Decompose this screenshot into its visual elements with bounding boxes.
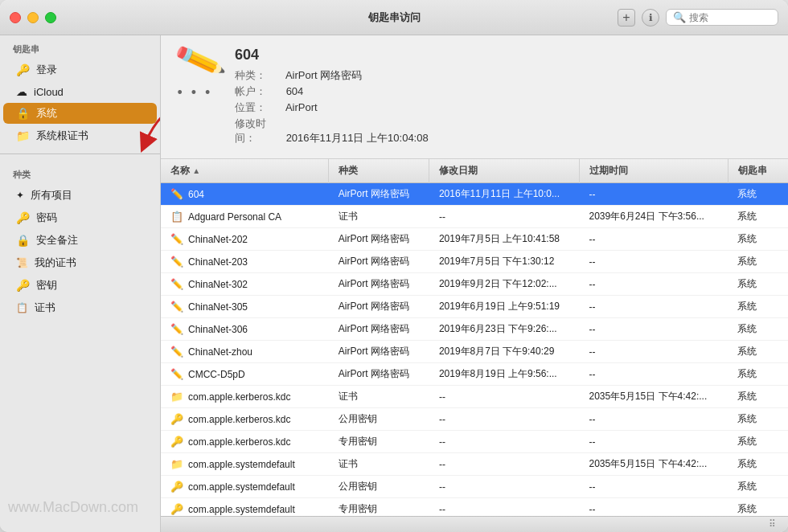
col-header-type[interactable]: 种类	[329, 159, 429, 183]
resize-handle[interactable]: ⠿	[769, 518, 782, 531]
sidebar-item-system-roots[interactable]: 📁 系统根证书	[3, 125, 157, 146]
right-panel: ✏️ • • • 604 种类： AirPort 网络密码 帐户： 604	[161, 35, 788, 532]
sidebar-item-password[interactable]: 🔑 密码	[3, 207, 157, 228]
add-button[interactable]: +	[618, 9, 635, 27]
cell-name: ✏️ChinaNet-zhou	[161, 341, 329, 363]
pencil-dots: • • •	[178, 84, 222, 101]
table-row[interactable]: ✏️ChinaNet-203 AirPort 网络密码 2019年7月5日 下午…	[161, 251, 788, 273]
col-header-name[interactable]: 名称 ▲	[161, 159, 329, 183]
table-row[interactable]: 📋Adguard Personal CA 证书 -- 2039年6月24日 下午…	[161, 206, 788, 228]
cell-type: 证书	[329, 386, 429, 408]
col-header-keychain[interactable]: 钥匙串	[728, 159, 788, 183]
row-icon: ✏️	[170, 346, 183, 358]
cell-expire: 2039年6月24日 下午3:56...	[579, 206, 728, 228]
table-row[interactable]: 🔑com.apple.kerberos.kdc 专用密钥 -- -- 系统	[161, 431, 788, 453]
search-input[interactable]	[689, 12, 771, 23]
table-row[interactable]: 📁com.apple.systemdefault 证书 -- 2035年5月15…	[161, 453, 788, 476]
col-header-date[interactable]: 修改日期	[429, 159, 580, 183]
sidebar-item-icloud[interactable]: ☁ iCloud	[3, 82, 157, 101]
sort-arrow-icon: ▲	[192, 166, 200, 175]
row-icon: 📋	[170, 211, 183, 223]
row-icon: ✏️	[170, 301, 183, 313]
table-row[interactable]: ✏️ChinaNet-302 AirPort 网络密码 2019年9月2日 下午…	[161, 273, 788, 296]
cell-expire: --	[579, 498, 728, 517]
traffic-lights	[10, 12, 56, 23]
cell-type: 证书	[329, 206, 429, 228]
detail-header: ✏️ • • • 604 种类： AirPort 网络密码 帐户： 604	[161, 35, 788, 159]
cert-icon: 📋	[16, 302, 28, 313]
cell-date: 2019年7月5日 下午1:30:12	[429, 251, 580, 273]
cell-keychain: 系统	[728, 431, 788, 453]
row-icon: 📁	[170, 458, 183, 470]
row-icon: 🔑	[170, 481, 183, 493]
cell-keychain: 系统	[728, 228, 788, 251]
close-button[interactable]	[10, 12, 21, 23]
sidebar-item-key[interactable]: 🔑 密钥	[3, 275, 157, 296]
cell-name: 📋Adguard Personal CA	[161, 206, 329, 228]
cell-type: AirPort 网络密码	[329, 228, 429, 251]
secure-note-icon: 🔒	[16, 234, 30, 247]
cell-type: AirPort 网络密码	[329, 273, 429, 296]
sidebar-item-system[interactable]: 🔒 系统	[3, 103, 157, 124]
table-row[interactable]: ✏️ChinaNet-305 AirPort 网络密码 2019年6月19日 上…	[161, 296, 788, 318]
detail-type-row: 种类： AirPort 网络密码	[235, 68, 429, 83]
table-container[interactable]: 名称 ▲ 种类 修改日期 过期时间 钥匙串 ✏️604 AirPort 网络密码…	[161, 159, 788, 516]
detail-location-row: 位置： AirPort	[235, 100, 429, 115]
system-label: 系统	[36, 106, 57, 121]
sidebar-item-cert[interactable]: 📋 证书	[3, 297, 157, 318]
main-window: 钥匙串访问 + ℹ 🔍 钥匙串 🔑 登录 ☁ iCloud 🔒	[0, 0, 788, 532]
sidebar-item-all[interactable]: ✦ 所有项目	[3, 185, 157, 206]
table-row[interactable]: ✏️ChinaNet-306 AirPort 网络密码 2019年6月23日 下…	[161, 318, 788, 341]
table-header-row: 名称 ▲ 种类 修改日期 过期时间 钥匙串	[161, 159, 788, 183]
cell-expire: --	[579, 431, 728, 453]
row-icon: 🔑	[170, 413, 183, 425]
table-row[interactable]: 🔑com.apple.systemdefault 公用密钥 -- -- 系统	[161, 476, 788, 498]
system-roots-label: 系统根证书	[36, 129, 88, 143]
row-icon: ✏️	[170, 368, 183, 380]
pencil-icon: ✏️	[171, 35, 227, 88]
cell-date: --	[429, 498, 580, 517]
cell-type: AirPort 网络密码	[329, 183, 429, 206]
cell-expire: --	[579, 251, 728, 273]
cell-keychain: 系统	[728, 453, 788, 476]
detail-location-value: AirPort	[285, 101, 318, 113]
detail-modified-row: 修改时间： 2016年11月11日 上午10:04:08	[235, 117, 429, 145]
sidebar-item-login[interactable]: 🔑 登录	[3, 59, 157, 80]
category-section-label: 种类	[0, 161, 160, 184]
cell-expire: 2035年5月15日 下午4:42:...	[579, 453, 728, 476]
cell-keychain: 系统	[728, 251, 788, 273]
table-row[interactable]: ✏️604 AirPort 网络密码 2016年11月11日 上午10:0...…	[161, 183, 788, 206]
maximize-button[interactable]	[45, 12, 56, 23]
cell-keychain: 系统	[728, 296, 788, 318]
minimize-button[interactable]	[27, 12, 39, 23]
cell-date: 2016年11月11日 上午10:0...	[429, 183, 580, 206]
sidebar-item-secure-note[interactable]: 🔒 安全备注	[3, 230, 157, 251]
sidebar-item-my-cert[interactable]: 📜 我的证书	[3, 252, 157, 273]
row-icon: 🔑	[170, 503, 183, 515]
cell-date: 2019年8月19日 上午9:56:...	[429, 363, 580, 386]
bottom-bar: ⠿	[161, 516, 788, 532]
cell-type: 公用密钥	[329, 408, 429, 431]
table-row[interactable]: ✏️CMCC-D5pD AirPort 网络密码 2019年8月19日 上午9:…	[161, 363, 788, 386]
cell-name: ✏️ChinaNet-302	[161, 273, 329, 296]
table-row[interactable]: 🔑com.apple.systemdefault 专用密钥 -- -- 系统	[161, 498, 788, 517]
table-row[interactable]: ✏️ChinaNet-zhou AirPort 网络密码 2019年8月7日 下…	[161, 341, 788, 363]
col-header-expire[interactable]: 过期时间	[579, 159, 728, 183]
cell-name: 📁com.apple.kerberos.kdc	[161, 386, 329, 408]
cell-type: AirPort 网络密码	[329, 318, 429, 341]
key-label: 密钥	[36, 278, 57, 293]
detail-info: 604 种类： AirPort 网络密码 帐户： 604 位置： AirPort	[235, 47, 429, 147]
secure-note-label: 安全备注	[36, 233, 78, 248]
table-row[interactable]: 📁com.apple.kerberos.kdc 证书 -- 2035年5月15日…	[161, 386, 788, 408]
table-row[interactable]: ✏️ChinaNet-202 AirPort 网络密码 2019年7月5日 上午…	[161, 228, 788, 251]
info-button[interactable]: ℹ	[642, 9, 659, 27]
table-row[interactable]: 🔑com.apple.kerberos.kdc 公用密钥 -- -- 系统	[161, 408, 788, 431]
system-roots-icon: 📁	[16, 129, 30, 142]
cell-keychain: 系统	[728, 363, 788, 386]
icloud-icon: ☁	[16, 85, 27, 98]
search-box: 🔍	[666, 9, 778, 26]
cell-type: 公用密钥	[329, 476, 429, 498]
password-icon: 🔑	[16, 211, 30, 224]
cell-expire: --	[579, 273, 728, 296]
cell-type: 证书	[329, 453, 429, 476]
